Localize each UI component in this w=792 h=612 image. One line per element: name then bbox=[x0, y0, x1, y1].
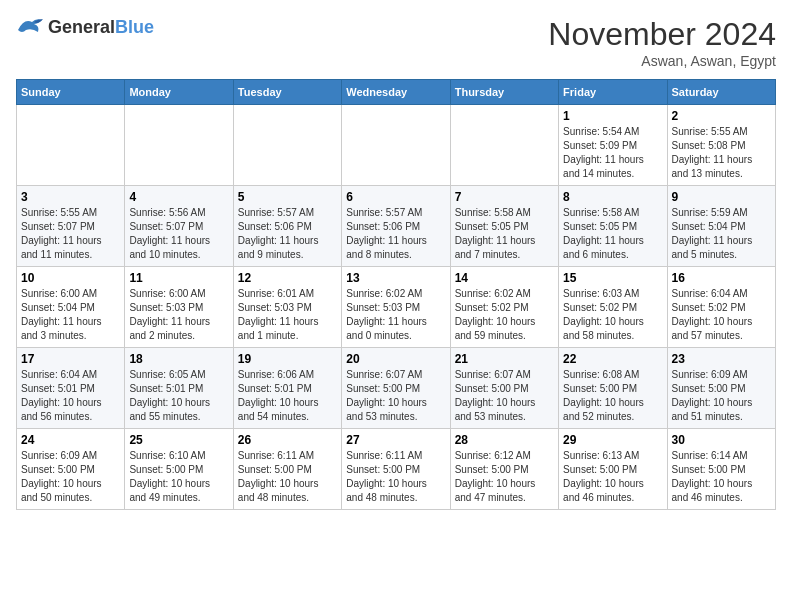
day-number: 21 bbox=[455, 352, 554, 366]
day-info: Sunrise: 6:04 AM Sunset: 5:01 PM Dayligh… bbox=[21, 368, 120, 424]
weekday-header-row: SundayMondayTuesdayWednesdayThursdayFrid… bbox=[17, 80, 776, 105]
calendar-cell: 14Sunrise: 6:02 AM Sunset: 5:02 PM Dayli… bbox=[450, 267, 558, 348]
weekday-header: Monday bbox=[125, 80, 233, 105]
logo-blue: Blue bbox=[115, 17, 154, 37]
calendar-week-row: 10Sunrise: 6:00 AM Sunset: 5:04 PM Dayli… bbox=[17, 267, 776, 348]
calendar-cell bbox=[342, 105, 450, 186]
day-info: Sunrise: 6:11 AM Sunset: 5:00 PM Dayligh… bbox=[238, 449, 337, 505]
day-info: Sunrise: 6:00 AM Sunset: 5:04 PM Dayligh… bbox=[21, 287, 120, 343]
calendar-cell: 27Sunrise: 6:11 AM Sunset: 5:00 PM Dayli… bbox=[342, 429, 450, 510]
title-area: November 2024 Aswan, Aswan, Egypt bbox=[548, 16, 776, 69]
day-info: Sunrise: 6:04 AM Sunset: 5:02 PM Dayligh… bbox=[672, 287, 771, 343]
day-number: 5 bbox=[238, 190, 337, 204]
day-info: Sunrise: 6:12 AM Sunset: 5:00 PM Dayligh… bbox=[455, 449, 554, 505]
logo-bird-icon bbox=[16, 16, 44, 38]
day-info: Sunrise: 6:02 AM Sunset: 5:03 PM Dayligh… bbox=[346, 287, 445, 343]
day-number: 26 bbox=[238, 433, 337, 447]
day-number: 9 bbox=[672, 190, 771, 204]
calendar-cell bbox=[125, 105, 233, 186]
calendar-cell: 19Sunrise: 6:06 AM Sunset: 5:01 PM Dayli… bbox=[233, 348, 341, 429]
day-number: 30 bbox=[672, 433, 771, 447]
day-info: Sunrise: 6:01 AM Sunset: 5:03 PM Dayligh… bbox=[238, 287, 337, 343]
calendar-cell: 21Sunrise: 6:07 AM Sunset: 5:00 PM Dayli… bbox=[450, 348, 558, 429]
day-info: Sunrise: 6:09 AM Sunset: 5:00 PM Dayligh… bbox=[21, 449, 120, 505]
weekday-header: Wednesday bbox=[342, 80, 450, 105]
day-number: 20 bbox=[346, 352, 445, 366]
day-number: 17 bbox=[21, 352, 120, 366]
calendar-cell: 3Sunrise: 5:55 AM Sunset: 5:07 PM Daylig… bbox=[17, 186, 125, 267]
weekday-header: Saturday bbox=[667, 80, 775, 105]
day-number: 25 bbox=[129, 433, 228, 447]
day-number: 3 bbox=[21, 190, 120, 204]
calendar-week-row: 1Sunrise: 5:54 AM Sunset: 5:09 PM Daylig… bbox=[17, 105, 776, 186]
calendar-cell: 23Sunrise: 6:09 AM Sunset: 5:00 PM Dayli… bbox=[667, 348, 775, 429]
day-info: Sunrise: 5:54 AM Sunset: 5:09 PM Dayligh… bbox=[563, 125, 662, 181]
calendar-cell: 13Sunrise: 6:02 AM Sunset: 5:03 PM Dayli… bbox=[342, 267, 450, 348]
day-info: Sunrise: 5:58 AM Sunset: 5:05 PM Dayligh… bbox=[563, 206, 662, 262]
calendar-cell: 24Sunrise: 6:09 AM Sunset: 5:00 PM Dayli… bbox=[17, 429, 125, 510]
day-info: Sunrise: 6:14 AM Sunset: 5:00 PM Dayligh… bbox=[672, 449, 771, 505]
calendar-cell bbox=[17, 105, 125, 186]
calendar-cell: 20Sunrise: 6:07 AM Sunset: 5:00 PM Dayli… bbox=[342, 348, 450, 429]
calendar-cell: 8Sunrise: 5:58 AM Sunset: 5:05 PM Daylig… bbox=[559, 186, 667, 267]
day-info: Sunrise: 5:55 AM Sunset: 5:07 PM Dayligh… bbox=[21, 206, 120, 262]
calendar-cell: 30Sunrise: 6:14 AM Sunset: 5:00 PM Dayli… bbox=[667, 429, 775, 510]
day-info: Sunrise: 6:13 AM Sunset: 5:00 PM Dayligh… bbox=[563, 449, 662, 505]
calendar-cell: 22Sunrise: 6:08 AM Sunset: 5:00 PM Dayli… bbox=[559, 348, 667, 429]
location: Aswan, Aswan, Egypt bbox=[548, 53, 776, 69]
day-number: 2 bbox=[672, 109, 771, 123]
calendar-cell: 9Sunrise: 5:59 AM Sunset: 5:04 PM Daylig… bbox=[667, 186, 775, 267]
calendar-cell: 7Sunrise: 5:58 AM Sunset: 5:05 PM Daylig… bbox=[450, 186, 558, 267]
calendar-cell: 12Sunrise: 6:01 AM Sunset: 5:03 PM Dayli… bbox=[233, 267, 341, 348]
day-info: Sunrise: 6:06 AM Sunset: 5:01 PM Dayligh… bbox=[238, 368, 337, 424]
day-info: Sunrise: 6:02 AM Sunset: 5:02 PM Dayligh… bbox=[455, 287, 554, 343]
calendar-cell: 5Sunrise: 5:57 AM Sunset: 5:06 PM Daylig… bbox=[233, 186, 341, 267]
day-number: 24 bbox=[21, 433, 120, 447]
day-number: 16 bbox=[672, 271, 771, 285]
logo: GeneralBlue bbox=[16, 16, 154, 38]
day-number: 1 bbox=[563, 109, 662, 123]
calendar-cell: 18Sunrise: 6:05 AM Sunset: 5:01 PM Dayli… bbox=[125, 348, 233, 429]
calendar-cell: 25Sunrise: 6:10 AM Sunset: 5:00 PM Dayli… bbox=[125, 429, 233, 510]
day-info: Sunrise: 6:00 AM Sunset: 5:03 PM Dayligh… bbox=[129, 287, 228, 343]
day-info: Sunrise: 6:03 AM Sunset: 5:02 PM Dayligh… bbox=[563, 287, 662, 343]
day-number: 11 bbox=[129, 271, 228, 285]
weekday-header: Thursday bbox=[450, 80, 558, 105]
day-number: 19 bbox=[238, 352, 337, 366]
weekday-header: Sunday bbox=[17, 80, 125, 105]
day-info: Sunrise: 6:09 AM Sunset: 5:00 PM Dayligh… bbox=[672, 368, 771, 424]
day-number: 12 bbox=[238, 271, 337, 285]
day-number: 7 bbox=[455, 190, 554, 204]
day-info: Sunrise: 6:07 AM Sunset: 5:00 PM Dayligh… bbox=[455, 368, 554, 424]
day-info: Sunrise: 5:58 AM Sunset: 5:05 PM Dayligh… bbox=[455, 206, 554, 262]
day-number: 6 bbox=[346, 190, 445, 204]
calendar: SundayMondayTuesdayWednesdayThursdayFrid… bbox=[16, 79, 776, 510]
calendar-cell: 1Sunrise: 5:54 AM Sunset: 5:09 PM Daylig… bbox=[559, 105, 667, 186]
calendar-cell: 2Sunrise: 5:55 AM Sunset: 5:08 PM Daylig… bbox=[667, 105, 775, 186]
day-info: Sunrise: 6:07 AM Sunset: 5:00 PM Dayligh… bbox=[346, 368, 445, 424]
day-number: 15 bbox=[563, 271, 662, 285]
day-number: 22 bbox=[563, 352, 662, 366]
logo-general: General bbox=[48, 17, 115, 37]
calendar-cell: 15Sunrise: 6:03 AM Sunset: 5:02 PM Dayli… bbox=[559, 267, 667, 348]
day-info: Sunrise: 6:10 AM Sunset: 5:00 PM Dayligh… bbox=[129, 449, 228, 505]
weekday-header: Friday bbox=[559, 80, 667, 105]
calendar-cell: 28Sunrise: 6:12 AM Sunset: 5:00 PM Dayli… bbox=[450, 429, 558, 510]
day-number: 23 bbox=[672, 352, 771, 366]
calendar-week-row: 3Sunrise: 5:55 AM Sunset: 5:07 PM Daylig… bbox=[17, 186, 776, 267]
weekday-header: Tuesday bbox=[233, 80, 341, 105]
day-number: 4 bbox=[129, 190, 228, 204]
calendar-cell: 11Sunrise: 6:00 AM Sunset: 5:03 PM Dayli… bbox=[125, 267, 233, 348]
calendar-cell: 26Sunrise: 6:11 AM Sunset: 5:00 PM Dayli… bbox=[233, 429, 341, 510]
day-number: 28 bbox=[455, 433, 554, 447]
month-title: November 2024 bbox=[548, 16, 776, 53]
calendar-cell: 4Sunrise: 5:56 AM Sunset: 5:07 PM Daylig… bbox=[125, 186, 233, 267]
calendar-week-row: 24Sunrise: 6:09 AM Sunset: 5:00 PM Dayli… bbox=[17, 429, 776, 510]
day-number: 10 bbox=[21, 271, 120, 285]
day-info: Sunrise: 5:59 AM Sunset: 5:04 PM Dayligh… bbox=[672, 206, 771, 262]
day-number: 27 bbox=[346, 433, 445, 447]
calendar-cell bbox=[233, 105, 341, 186]
day-info: Sunrise: 5:55 AM Sunset: 5:08 PM Dayligh… bbox=[672, 125, 771, 181]
day-info: Sunrise: 5:57 AM Sunset: 5:06 PM Dayligh… bbox=[238, 206, 337, 262]
day-info: Sunrise: 5:57 AM Sunset: 5:06 PM Dayligh… bbox=[346, 206, 445, 262]
